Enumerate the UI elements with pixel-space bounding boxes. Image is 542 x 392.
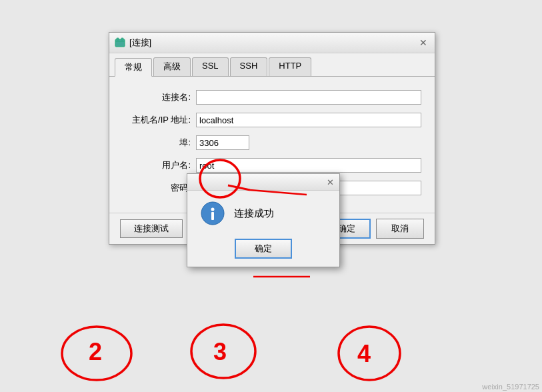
- success-footer: 确定: [187, 235, 339, 267]
- success-title-bar: ✕: [187, 174, 339, 191]
- tab-http[interactable]: HTTP: [269, 57, 311, 76]
- port-label: 埠:: [123, 137, 196, 149]
- tab-advanced[interactable]: 高级: [153, 57, 191, 76]
- svg-rect-2: [121, 38, 123, 40]
- tabs-bar: 常规 高级 SSL SSH HTTP: [109, 53, 435, 77]
- main-dialog-close-button[interactable]: ✕: [417, 37, 429, 49]
- host-row: 主机名/IP 地址:: [123, 113, 421, 127]
- title-bar: [连接] ✕: [109, 33, 435, 53]
- svg-point-5: [211, 208, 215, 211]
- host-label: 主机名/IP 地址:: [123, 114, 196, 126]
- host-input[interactable]: [196, 113, 421, 127]
- info-icon: [201, 201, 225, 225]
- port-input[interactable]: [196, 135, 249, 150]
- tab-ssh[interactable]: SSH: [230, 57, 268, 76]
- tab-general[interactable]: 常规: [115, 58, 152, 77]
- svg-rect-0: [115, 39, 125, 47]
- cancel-button[interactable]: 取消: [376, 219, 424, 239]
- dialog-title: [连接]: [129, 37, 151, 49]
- username-row: 用户名:: [123, 158, 421, 173]
- success-message: 连接成功: [234, 207, 274, 220]
- connection-name-row: 连接名:: [123, 90, 421, 105]
- port-row: 埠:: [123, 135, 421, 150]
- ok-button[interactable]: 确定: [235, 239, 292, 259]
- connection-name-input[interactable]: [196, 90, 421, 105]
- username-input[interactable]: [196, 158, 421, 173]
- dialog-icon: [115, 37, 125, 48]
- test-connection-button[interactable]: 连接测试: [120, 219, 183, 238]
- success-body: 连接成功: [187, 191, 339, 235]
- password-label: 密码:: [123, 182, 196, 194]
- username-label: 用户名:: [123, 159, 196, 171]
- title-bar-left: [连接]: [115, 37, 151, 49]
- watermark: weixin_51971725: [482, 383, 539, 391]
- svg-rect-6: [211, 212, 214, 220]
- success-dialog-close-button[interactable]: ✕: [325, 177, 335, 187]
- connection-name-label: 连接名:: [123, 91, 196, 103]
- svg-rect-1: [117, 38, 119, 40]
- tab-ssl[interactable]: SSL: [192, 57, 229, 76]
- footer-left: 连接测试: [120, 219, 183, 238]
- success-dialog: ✕ 连接成功 确定: [187, 173, 340, 267]
